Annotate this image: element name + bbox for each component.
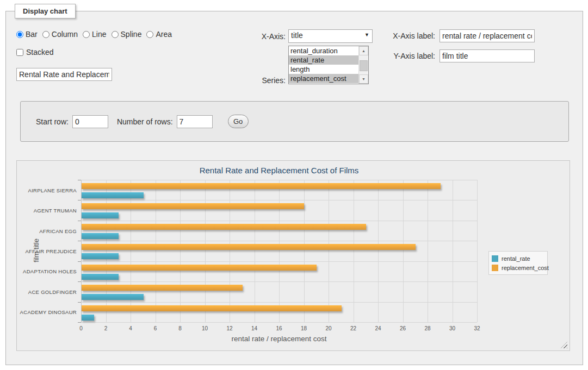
category-label: ACE GOLDFINGER — [17, 289, 77, 295]
chart-type-radio-bar[interactable]: Bar — [16, 30, 38, 39]
x-tick-label: 18 — [296, 325, 312, 331]
bar-rental_rate — [82, 192, 144, 198]
chart-type-radio-spline[interactable]: Spline — [112, 30, 142, 39]
radio-bar[interactable] — [16, 31, 23, 38]
chart-type-radio-area[interactable]: Area — [146, 30, 172, 39]
radio-label: Line — [92, 30, 106, 39]
gridline — [378, 180, 379, 322]
x-axis-title: rental rate / replacement cost — [81, 335, 477, 343]
start-row-label: Start row: — [36, 117, 69, 126]
category-label: ADAPTATION HOLES — [17, 268, 77, 274]
y-axis-tick — [78, 200, 81, 200]
x-axis-label-label: X-Axis label: — [381, 32, 435, 40]
gridline — [106, 180, 107, 322]
legend-item[interactable]: replacement_cost — [492, 263, 544, 272]
series-option-replacement_cost[interactable]: replacement_cost — [289, 74, 368, 83]
y-axis-tick — [78, 281, 81, 282]
scrollbar-thumb[interactable] — [360, 60, 368, 71]
radio-label: Area — [156, 30, 172, 39]
row-range-panel: Start row: Number of rows: Go — [20, 101, 569, 142]
y-axis-label-label: Y-Axis label: — [381, 52, 435, 60]
legend-label: rental_rate — [502, 255, 530, 262]
gridline — [428, 180, 428, 322]
gridline — [403, 180, 404, 322]
category-label: AIRPLANE SIERRA — [17, 187, 77, 193]
radio-label: Bar — [26, 30, 38, 39]
stacked-checkbox-row: Stacked — [16, 48, 54, 57]
category-label: AGENT TRUMAN — [17, 208, 77, 214]
series-multiselect[interactable]: rental_durationrental_ratelengthreplacem… — [288, 46, 369, 84]
chart-type-radio-column[interactable]: Column — [42, 30, 78, 39]
x-axis-select-label: X-Axis: — [247, 32, 286, 41]
radio-line[interactable] — [83, 31, 90, 38]
start-row-input[interactable] — [72, 115, 108, 128]
num-rows-label: Number of rows: — [117, 117, 173, 126]
chart-type-radio-line[interactable]: Line — [83, 30, 106, 39]
scroll-down-icon[interactable]: ▼ — [359, 74, 368, 84]
series-list-scrollbar[interactable]: ▲ ▼ — [358, 46, 368, 84]
x-tick-label: 16 — [271, 325, 287, 331]
gridline — [230, 180, 230, 322]
bar-replacement_cost — [82, 285, 243, 291]
radio-area[interactable] — [146, 31, 153, 38]
chart-title: Rental Rate and Replacement Cost of Film… — [81, 166, 477, 175]
scroll-up-icon[interactable]: ▲ — [359, 46, 368, 55]
x-tick-label: 0 — [73, 325, 89, 331]
plot-area — [81, 180, 477, 322]
x-tick-label: 30 — [444, 325, 461, 331]
radio-spline[interactable] — [112, 31, 119, 38]
gridline — [81, 221, 477, 221]
bar-rental_rate — [82, 274, 119, 280]
x-tick-label: 28 — [419, 325, 436, 331]
legend-label: replacement_cost — [502, 265, 549, 271]
x-axis-selected-value: title — [291, 31, 303, 40]
x-tick-label: 20 — [320, 325, 337, 331]
bar-rental_rate — [82, 233, 119, 239]
x-tick-label: 4 — [122, 325, 139, 331]
gridline — [81, 322, 477, 323]
gridline — [354, 180, 354, 322]
x-tick-label: 22 — [345, 325, 362, 331]
bar-replacement_cost — [82, 203, 304, 209]
chart-container: Rental Rate and Replacement Cost of Film… — [16, 160, 570, 351]
x-axis-label-input[interactable] — [440, 29, 535, 42]
series-option-rental_duration[interactable]: rental_duration — [289, 46, 368, 55]
x-tick-label: 12 — [221, 325, 238, 331]
panel-legend-title: Display chart — [15, 4, 76, 18]
series-option-rental_rate[interactable]: rental_rate — [289, 55, 368, 65]
gridline — [453, 180, 453, 322]
gridline — [81, 261, 477, 262]
go-button[interactable]: Go — [228, 115, 249, 128]
gridline — [329, 180, 329, 322]
y-axis-tick — [78, 322, 81, 323]
series-option-length[interactable]: length — [289, 65, 368, 74]
gridline — [131, 180, 131, 322]
category-label: ACADEMY DINOSAUR — [17, 309, 77, 315]
num-rows-input[interactable] — [177, 115, 213, 128]
legend-item[interactable]: rental_rate — [492, 254, 544, 263]
bar-rental_rate — [82, 212, 119, 218]
gridline — [81, 241, 477, 241]
gridline — [156, 180, 156, 322]
x-tick-label: 10 — [197, 325, 213, 331]
y-axis-label-input[interactable] — [440, 49, 535, 62]
bar-rental_rate — [82, 253, 119, 259]
y-axis-tick — [78, 261, 81, 262]
gridline — [255, 180, 255, 322]
chart-title-input[interactable] — [16, 68, 112, 81]
legend-swatch — [492, 265, 498, 271]
bar-replacement_cost — [82, 183, 441, 189]
gridline — [81, 180, 477, 180]
gridline — [205, 180, 206, 322]
gridline — [477, 180, 478, 322]
resize-grip-icon[interactable] — [561, 342, 567, 348]
x-tick-label: 26 — [395, 325, 411, 331]
stacked-label: Stacked — [26, 48, 54, 57]
x-axis-select[interactable]: title ▼ — [288, 29, 373, 43]
chevron-down-icon: ▼ — [364, 32, 369, 37]
radio-column[interactable] — [42, 31, 49, 38]
series-select-label: Series: — [247, 76, 286, 85]
y-axis-tick — [78, 221, 81, 221]
stacked-checkbox[interactable] — [16, 49, 23, 56]
bar-replacement_cost — [82, 305, 342, 311]
